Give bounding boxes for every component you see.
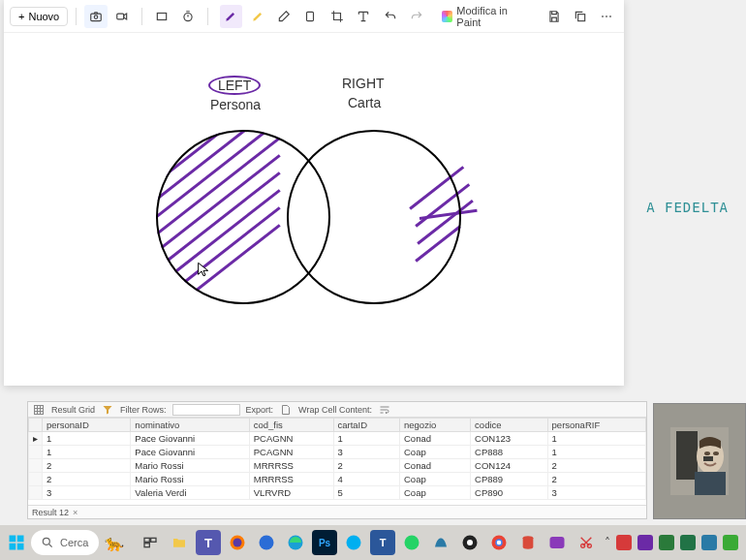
start-button[interactable] [8, 531, 25, 554]
cell[interactable]: CP890 [471, 486, 547, 500]
more-icon[interactable]: ⋯ [596, 5, 618, 28]
text-extract-icon[interactable] [353, 5, 375, 28]
tray-app-2[interactable] [637, 535, 653, 550]
mysql-workbench-icon[interactable] [428, 530, 453, 555]
word-icon[interactable]: T [370, 530, 395, 555]
cell[interactable]: PCAGNN [249, 446, 333, 459]
cell[interactable]: Mario Rossi [131, 459, 249, 473]
copy-icon[interactable] [569, 5, 591, 28]
cell[interactable]: 5 [333, 486, 400, 500]
cell[interactable]: Coap [400, 486, 471, 500]
col-header[interactable]: cod_fis [249, 419, 333, 432]
highlighter-icon[interactable] [246, 5, 268, 28]
result-table[interactable]: personaIDnominativocod_fiscartaIDnegozio… [28, 418, 646, 500]
cell[interactable]: 1 [333, 432, 400, 446]
table-row[interactable]: ▸1Pace GiovanniPCAGNN1ConadCON1231 [29, 432, 646, 446]
cell[interactable]: Mario Rossi [131, 473, 249, 486]
row-header[interactable] [29, 446, 43, 459]
edit-in-paint-button[interactable]: Modifica in Paint [436, 2, 539, 31]
crop-icon[interactable] [326, 5, 348, 28]
tray-app-1[interactable] [616, 535, 632, 550]
cell[interactable]: 2 [547, 473, 645, 486]
close-tab-icon[interactable]: × [73, 508, 78, 517]
row-header[interactable] [29, 486, 43, 500]
undo-icon[interactable] [379, 5, 401, 28]
tray-excel-icon[interactable] [680, 535, 696, 550]
teams-icon[interactable]: T [196, 530, 221, 555]
redo-icon[interactable] [405, 5, 427, 28]
save-icon[interactable] [543, 5, 565, 28]
col-header[interactable]: personaID [43, 419, 131, 432]
row-header[interactable] [29, 459, 43, 473]
cell[interactable]: Pace Giovanni [131, 446, 249, 459]
cell[interactable]: CON124 [471, 459, 547, 473]
timer-icon[interactable] [176, 5, 199, 28]
cell[interactable]: CON123 [471, 432, 547, 446]
shapes-icon[interactable] [299, 5, 322, 28]
firefox-icon[interactable] [225, 530, 250, 555]
cell[interactable]: Valeria Verdi [131, 486, 249, 500]
col-header[interactable]: personaRIF [547, 419, 645, 432]
chrome-icon[interactable] [486, 530, 512, 555]
tray-app-3[interactable] [659, 535, 674, 550]
cell[interactable]: CP888 [471, 446, 547, 459]
cell[interactable]: MRRRSS [249, 459, 333, 473]
obs-icon[interactable] [457, 530, 482, 555]
whatsapp-icon[interactable] [399, 530, 424, 555]
table-row[interactable]: 1Pace GiovanniPCAGNN3CoapCP8881 [29, 446, 646, 459]
cell[interactable]: Coap [400, 473, 471, 486]
table-row[interactable]: 2Mario RossiMRRRSS2ConadCON1242 [29, 459, 646, 473]
cell[interactable]: MRRRSS [249, 473, 333, 486]
table-row[interactable]: 2Mario RossiMRRRSS4CoapCP8892 [29, 473, 646, 486]
skype-icon[interactable] [341, 530, 366, 555]
cell[interactable]: 3 [333, 446, 400, 459]
new-snip-button[interactable]: + Nuovo [10, 7, 68, 26]
photoshop-icon[interactable]: Ps [312, 530, 337, 555]
taskbar-search[interactable]: Cerca [31, 530, 99, 555]
cell[interactable]: 3 [547, 486, 645, 500]
cell[interactable]: 4 [333, 473, 400, 486]
cell[interactable]: 2 [43, 473, 131, 486]
cell[interactable]: 2 [333, 459, 400, 473]
snipping-tool-icon[interactable] [574, 530, 599, 555]
col-header[interactable]: cartaID [333, 419, 400, 432]
cell[interactable]: 2 [43, 459, 131, 473]
task-view-icon[interactable] [138, 530, 163, 555]
row-header[interactable]: ▸ [29, 432, 43, 446]
export-icon[interactable] [279, 403, 293, 417]
cell[interactable]: 2 [547, 459, 645, 473]
rectangle-mode-icon[interactable] [150, 5, 172, 28]
cell[interactable]: Conad [400, 432, 471, 446]
edge-icon[interactable] [283, 530, 308, 555]
cell[interactable]: 1 [547, 446, 645, 459]
discord-icon[interactable] [544, 530, 570, 555]
cell[interactable]: 1 [43, 432, 131, 446]
explorer-icon[interactable] [167, 530, 192, 555]
video-icon[interactable] [111, 5, 134, 28]
cell[interactable]: Pace Giovanni [131, 432, 249, 446]
tray-app-5[interactable] [701, 535, 717, 550]
pen-tool-icon[interactable] [220, 5, 242, 28]
result-tab[interactable]: Result 12 [32, 508, 69, 517]
tray-chevron-icon[interactable]: ˄ [605, 536, 610, 549]
row-header[interactable] [29, 473, 43, 486]
filter-rows-input[interactable] [172, 404, 240, 416]
cell[interactable]: PCAGNN [249, 432, 333, 446]
cell[interactable]: Coap [400, 446, 471, 459]
camera-icon[interactable] [84, 5, 107, 28]
thunderbird-icon[interactable] [254, 530, 279, 555]
cell[interactable]: CP889 [471, 473, 547, 486]
cell[interactable]: Conad [400, 459, 471, 473]
col-header[interactable]: nominativo [131, 419, 249, 432]
eraser-icon[interactable] [272, 5, 295, 28]
cell[interactable]: 1 [547, 432, 645, 446]
col-header[interactable]: codice [471, 419, 547, 432]
cell[interactable]: VLRVRD [249, 486, 333, 500]
database-icon[interactable] [515, 530, 541, 555]
cell[interactable]: 1 [43, 446, 131, 459]
col-header[interactable]: negozio [400, 419, 471, 432]
table-row[interactable]: 3Valeria VerdiVLRVRD5CoapCP8903 [29, 486, 646, 500]
cell[interactable]: 3 [43, 486, 131, 500]
tray-camtasia-icon[interactable] [723, 535, 738, 550]
wrap-icon[interactable] [378, 403, 391, 417]
